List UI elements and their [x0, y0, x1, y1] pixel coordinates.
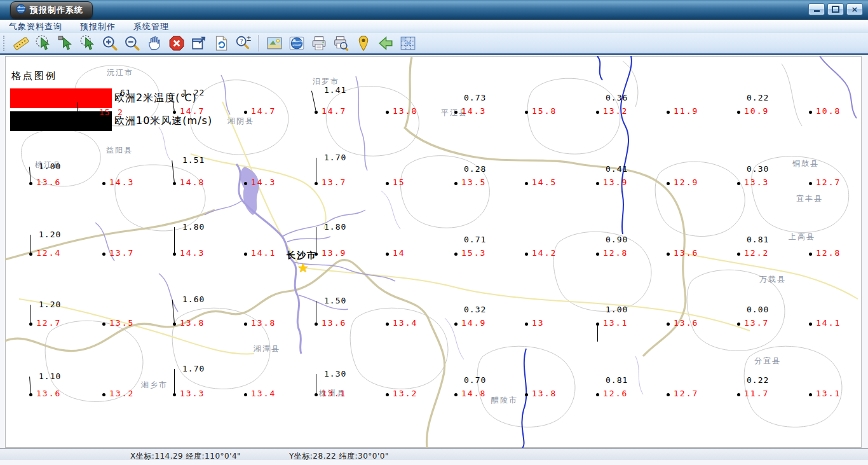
grid-legend: 格点图例 欧洲2米温度(℃)欧洲10米风速(m/s) [10, 69, 212, 134]
legend-title: 格点图例 [11, 70, 212, 82]
legend-layer: 格点图例 欧洲2米温度(℃)欧洲10米风速(m/s) [0, 0, 868, 465]
legend-swatch [10, 88, 112, 108]
status-bar: X坐标:114.29 经度:110°0'4" Y坐标:28.22 纬度:30°0… [0, 448, 868, 461]
legend-item: 欧洲10米风速(m/s) [10, 111, 212, 131]
window-frame-bottom [0, 460, 868, 465]
legend-swatch [10, 111, 112, 131]
legend-item-label: 欧洲10米风速(m/s) [114, 115, 212, 128]
legend-item-label: 欧洲2米温度(℃) [114, 92, 197, 105]
legend-item: 欧洲2米温度(℃) [10, 88, 212, 108]
